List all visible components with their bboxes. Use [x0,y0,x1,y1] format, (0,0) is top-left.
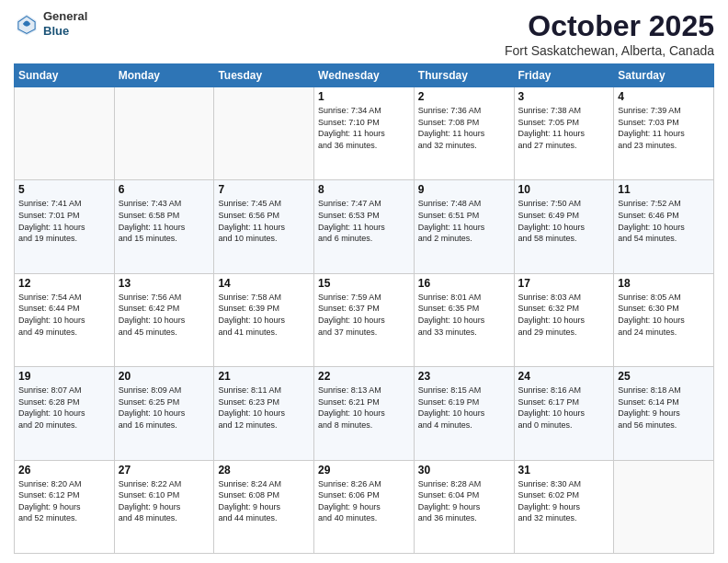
cell-daylight-info: Sunrise: 7:58 AM Sunset: 6:39 PM Dayligh… [218,292,310,338]
calendar-cell: 30Sunrise: 8:28 AM Sunset: 6:04 PM Dayli… [414,460,514,553]
day-number: 15 [318,277,410,290]
cell-daylight-info: Sunrise: 8:15 AM Sunset: 6:19 PM Dayligh… [418,385,510,431]
logo-blue: Blue [43,24,69,38]
calendar-cell: 8Sunrise: 7:47 AM Sunset: 6:53 PM Daylig… [314,180,415,273]
calendar-cell: 14Sunrise: 7:58 AM Sunset: 6:39 PM Dayli… [214,273,314,366]
cell-daylight-info: Sunrise: 8:03 AM Sunset: 6:32 PM Dayligh… [518,292,610,338]
calendar-week-4: 19Sunrise: 8:07 AM Sunset: 6:28 PM Dayli… [15,367,714,460]
calendar-week-2: 5Sunrise: 7:41 AM Sunset: 7:01 PM Daylig… [15,180,714,273]
day-number: 2 [418,90,510,103]
day-number: 9 [418,183,510,196]
day-number: 25 [618,370,710,383]
day-number: 4 [618,90,710,103]
cell-daylight-info: Sunrise: 7:36 AM Sunset: 7:08 PM Dayligh… [418,105,510,151]
calendar-cell: 20Sunrise: 8:09 AM Sunset: 6:25 PM Dayli… [114,367,214,460]
cell-daylight-info: Sunrise: 7:41 AM Sunset: 7:01 PM Dayligh… [18,198,110,244]
calendar-cell: 2Sunrise: 7:36 AM Sunset: 7:08 PM Daylig… [414,87,514,180]
calendar-cell: 21Sunrise: 8:11 AM Sunset: 6:23 PM Dayli… [214,367,314,460]
day-number: 31 [518,464,610,477]
logo: General Blue [14,9,87,38]
calendar-cell: 7Sunrise: 7:45 AM Sunset: 6:56 PM Daylig… [214,180,314,273]
cell-daylight-info: Sunrise: 7:39 AM Sunset: 7:03 PM Dayligh… [618,105,710,151]
day-number: 6 [119,183,210,196]
cell-daylight-info: Sunrise: 8:28 AM Sunset: 6:04 PM Dayligh… [418,478,510,524]
cell-daylight-info: Sunrise: 7:45 AM Sunset: 6:56 PM Dayligh… [218,198,310,244]
calendar-cell [214,87,314,180]
calendar-cell: 18Sunrise: 8:05 AM Sunset: 6:30 PM Dayli… [614,273,714,366]
calendar-cell: 26Sunrise: 8:20 AM Sunset: 6:12 PM Dayli… [15,460,115,553]
calendar-cell: 24Sunrise: 8:16 AM Sunset: 6:17 PM Dayli… [514,367,614,460]
logo-icon [14,11,40,37]
cell-daylight-info: Sunrise: 7:47 AM Sunset: 6:53 PM Dayligh… [318,198,410,244]
title-block: October 2025 Fort Saskatchewan, Alberta,… [505,9,714,58]
day-number: 21 [218,370,310,383]
day-number: 17 [518,277,610,290]
cell-daylight-info: Sunrise: 8:20 AM Sunset: 6:12 PM Dayligh… [18,478,110,524]
logo-general: General [43,9,87,23]
calendar-week-1: 1Sunrise: 7:34 AM Sunset: 7:10 PM Daylig… [15,87,714,180]
day-number: 29 [318,464,410,477]
calendar-cell: 3Sunrise: 7:38 AM Sunset: 7:05 PM Daylig… [514,87,614,180]
day-number: 19 [18,370,110,383]
cell-daylight-info: Sunrise: 8:13 AM Sunset: 6:21 PM Dayligh… [318,385,410,431]
calendar-week-5: 26Sunrise: 8:20 AM Sunset: 6:12 PM Dayli… [15,460,714,553]
cell-daylight-info: Sunrise: 8:07 AM Sunset: 6:28 PM Dayligh… [18,385,110,431]
cell-daylight-info: Sunrise: 8:26 AM Sunset: 6:06 PM Dayligh… [318,478,410,524]
day-number: 20 [119,370,210,383]
cell-daylight-info: Sunrise: 8:09 AM Sunset: 6:25 PM Dayligh… [119,385,210,431]
calendar-cell: 9Sunrise: 7:48 AM Sunset: 6:51 PM Daylig… [414,180,514,273]
calendar-cell: 10Sunrise: 7:50 AM Sunset: 6:49 PM Dayli… [514,180,614,273]
day-number: 5 [18,183,110,196]
calendar-cell: 6Sunrise: 7:43 AM Sunset: 6:58 PM Daylig… [114,180,214,273]
calendar-cell: 28Sunrise: 8:24 AM Sunset: 6:08 PM Dayli… [214,460,314,553]
calendar-cell: 29Sunrise: 8:26 AM Sunset: 6:06 PM Dayli… [314,460,415,553]
cell-daylight-info: Sunrise: 8:05 AM Sunset: 6:30 PM Dayligh… [618,292,710,338]
day-number: 8 [318,183,410,196]
col-friday: Friday [514,64,614,87]
calendar-cell: 16Sunrise: 8:01 AM Sunset: 6:35 PM Dayli… [414,273,514,366]
calendar-cell: 13Sunrise: 7:56 AM Sunset: 6:42 PM Dayli… [114,273,214,366]
cell-daylight-info: Sunrise: 8:01 AM Sunset: 6:35 PM Dayligh… [418,292,510,338]
day-number: 26 [18,464,110,477]
cell-daylight-info: Sunrise: 8:22 AM Sunset: 6:10 PM Dayligh… [119,478,210,524]
day-number: 7 [218,183,310,196]
day-number: 27 [119,464,210,477]
day-number: 18 [618,277,710,290]
location: Fort Saskatchewan, Alberta, Canada [505,43,714,58]
day-number: 3 [518,90,610,103]
col-sunday: Sunday [15,64,115,87]
calendar-week-3: 12Sunrise: 7:54 AM Sunset: 6:44 PM Dayli… [15,273,714,366]
day-number: 24 [518,370,610,383]
cell-daylight-info: Sunrise: 7:59 AM Sunset: 6:37 PM Dayligh… [318,292,410,338]
calendar-table: Sunday Monday Tuesday Wednesday Thursday… [14,63,714,554]
calendar-cell: 27Sunrise: 8:22 AM Sunset: 6:10 PM Dayli… [114,460,214,553]
day-number: 1 [318,90,410,103]
col-thursday: Thursday [414,64,514,87]
cell-daylight-info: Sunrise: 8:11 AM Sunset: 6:23 PM Dayligh… [218,385,310,431]
header: General Blue October 2025 Fort Saskatche… [14,9,714,58]
calendar-cell: 1Sunrise: 7:34 AM Sunset: 7:10 PM Daylig… [314,87,415,180]
calendar-cell: 15Sunrise: 7:59 AM Sunset: 6:37 PM Dayli… [314,273,415,366]
day-number: 13 [119,277,210,290]
cell-daylight-info: Sunrise: 7:54 AM Sunset: 6:44 PM Dayligh… [18,292,110,338]
cell-daylight-info: Sunrise: 8:24 AM Sunset: 6:08 PM Dayligh… [218,478,310,524]
day-number: 23 [418,370,510,383]
cell-daylight-info: Sunrise: 7:50 AM Sunset: 6:49 PM Dayligh… [518,198,610,244]
calendar-cell [114,87,214,180]
calendar-header-row: Sunday Monday Tuesday Wednesday Thursday… [15,64,714,87]
day-number: 14 [218,277,310,290]
day-number: 30 [418,464,510,477]
col-wednesday: Wednesday [314,64,415,87]
calendar-cell: 22Sunrise: 8:13 AM Sunset: 6:21 PM Dayli… [314,367,415,460]
cell-daylight-info: Sunrise: 7:38 AM Sunset: 7:05 PM Dayligh… [518,105,610,151]
page: General Blue October 2025 Fort Saskatche… [0,0,728,563]
calendar-cell [614,460,714,553]
calendar-cell [15,87,115,180]
cell-daylight-info: Sunrise: 8:18 AM Sunset: 6:14 PM Dayligh… [618,385,710,431]
cell-daylight-info: Sunrise: 8:30 AM Sunset: 6:02 PM Dayligh… [518,478,610,524]
calendar-cell: 4Sunrise: 7:39 AM Sunset: 7:03 PM Daylig… [614,87,714,180]
calendar-cell: 31Sunrise: 8:30 AM Sunset: 6:02 PM Dayli… [514,460,614,553]
cell-daylight-info: Sunrise: 7:43 AM Sunset: 6:58 PM Dayligh… [119,198,210,244]
cell-daylight-info: Sunrise: 7:48 AM Sunset: 6:51 PM Dayligh… [418,198,510,244]
day-number: 11 [618,183,710,196]
